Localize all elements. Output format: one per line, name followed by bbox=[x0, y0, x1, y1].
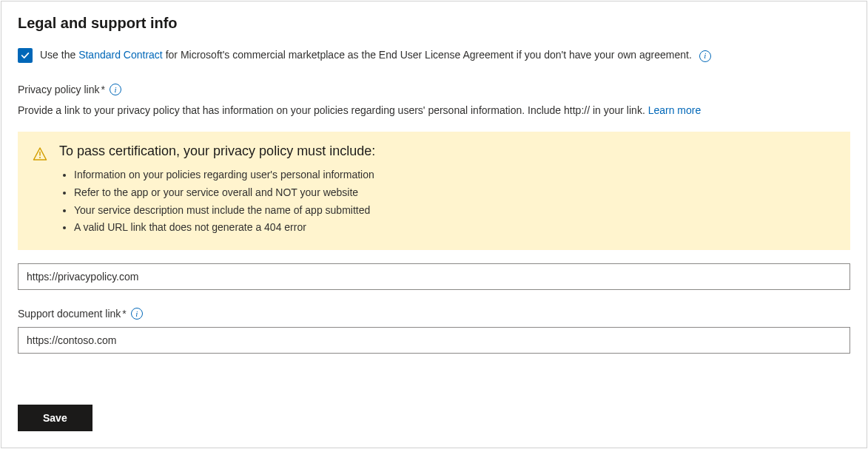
privacy-description: Provide a link to your privacy policy th… bbox=[18, 103, 850, 118]
info-icon[interactable]: i bbox=[131, 308, 143, 320]
info-icon[interactable]: i bbox=[699, 50, 711, 62]
warning-item: Information on your policies regarding u… bbox=[74, 166, 835, 184]
warning-title: To pass certification, your privacy poli… bbox=[59, 144, 835, 159]
checkmark-icon bbox=[20, 50, 30, 61]
section-heading: Legal and support info bbox=[18, 15, 850, 32]
info-icon[interactable]: i bbox=[110, 84, 121, 95]
standard-contract-link[interactable]: Standard Contract bbox=[78, 49, 163, 61]
warning-item: Your service description must include th… bbox=[74, 202, 835, 220]
standard-contract-label: Use the Standard Contract for Microsoft'… bbox=[40, 49, 711, 61]
warning-item: A valid URL link that does not generate … bbox=[74, 219, 835, 237]
svg-point-1 bbox=[39, 157, 41, 158]
warning-icon bbox=[33, 146, 47, 163]
learn-more-link[interactable]: Learn more bbox=[648, 104, 702, 116]
support-link-label: Support document link* i bbox=[18, 308, 850, 320]
certification-warning-panel: To pass certification, your privacy poli… bbox=[18, 132, 850, 250]
standard-contract-checkbox[interactable] bbox=[18, 48, 33, 63]
warning-item: Refer to the app or your service overall… bbox=[74, 184, 835, 202]
save-button[interactable]: Save bbox=[18, 405, 92, 431]
form-container: Legal and support info Use the Standard … bbox=[1, 1, 867, 448]
warning-content: To pass certification, your privacy poli… bbox=[59, 144, 835, 237]
warning-list: Information on your policies regarding u… bbox=[59, 166, 835, 237]
standard-contract-row: Use the Standard Contract for Microsoft'… bbox=[18, 48, 850, 63]
privacy-link-label: Privacy policy link* i bbox=[18, 84, 850, 95]
privacy-link-input[interactable] bbox=[18, 263, 850, 290]
support-link-input[interactable] bbox=[18, 327, 850, 354]
